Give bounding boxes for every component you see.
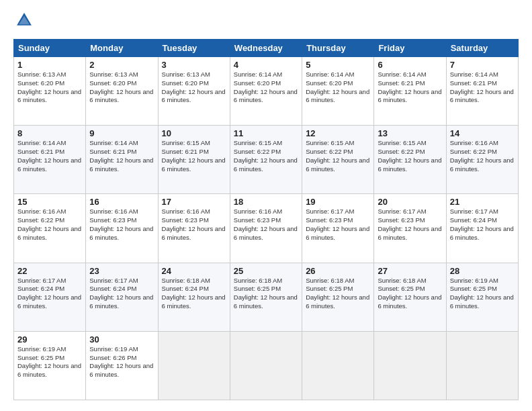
- calendar-week-2: 8Sunrise: 6:14 AMSunset: 6:21 PMDaylight…: [14, 126, 519, 194]
- calendar-cell: 13Sunrise: 6:15 AMSunset: 6:22 PMDayligh…: [374, 126, 446, 194]
- day-number: 28: [450, 266, 515, 276]
- calendar-cell: 26Sunrise: 6:18 AMSunset: 6:25 PMDayligh…: [302, 263, 374, 331]
- day-info: Sunrise: 6:15 AMSunset: 6:22 PMDaylight:…: [378, 139, 442, 173]
- calendar-cell: 5Sunrise: 6:14 AMSunset: 6:20 PMDaylight…: [302, 57, 374, 126]
- day-number: 4: [234, 60, 298, 70]
- calendar-cell: 15Sunrise: 6:16 AMSunset: 6:22 PMDayligh…: [14, 194, 86, 263]
- day-info: Sunrise: 6:18 AMSunset: 6:25 PMDaylight:…: [306, 277, 370, 311]
- day-number: 1: [17, 60, 82, 70]
- calendar-cell: [230, 331, 302, 400]
- day-number: 23: [89, 266, 154, 276]
- calendar-cell: 9Sunrise: 6:14 AMSunset: 6:21 PMDaylight…: [86, 126, 158, 194]
- calendar-cell: 27Sunrise: 6:18 AMSunset: 6:25 PMDayligh…: [374, 263, 446, 331]
- day-info: Sunrise: 6:16 AMSunset: 6:23 PMDaylight:…: [162, 208, 226, 242]
- col-header-sunday: Sunday: [14, 40, 86, 57]
- calendar-cell: 4Sunrise: 6:14 AMSunset: 6:20 PMDaylight…: [230, 57, 302, 126]
- calendar-cell: 20Sunrise: 6:17 AMSunset: 6:23 PMDayligh…: [374, 194, 446, 263]
- day-info: Sunrise: 6:17 AMSunset: 6:24 PMDaylight:…: [89, 277, 154, 311]
- day-number: 11: [234, 128, 298, 138]
- day-number: 25: [234, 266, 298, 276]
- day-info: Sunrise: 6:17 AMSunset: 6:24 PMDaylight:…: [17, 277, 82, 311]
- col-header-wednesday: Wednesday: [230, 40, 302, 57]
- day-info: Sunrise: 6:17 AMSunset: 6:23 PMDaylight:…: [306, 208, 370, 242]
- day-number: 9: [89, 128, 154, 138]
- day-info: Sunrise: 6:14 AMSunset: 6:20 PMDaylight:…: [234, 71, 298, 105]
- day-info: Sunrise: 6:18 AMSunset: 6:25 PMDaylight:…: [234, 277, 298, 311]
- calendar-cell: 16Sunrise: 6:16 AMSunset: 6:23 PMDayligh…: [86, 194, 158, 263]
- calendar-week-4: 22Sunrise: 6:17 AMSunset: 6:24 PMDayligh…: [14, 263, 519, 331]
- day-info: Sunrise: 6:17 AMSunset: 6:23 PMDaylight:…: [378, 208, 442, 242]
- calendar-cell: 17Sunrise: 6:16 AMSunset: 6:23 PMDayligh…: [158, 194, 230, 263]
- day-number: 17: [162, 197, 226, 207]
- day-info: Sunrise: 6:14 AMSunset: 6:21 PMDaylight:…: [450, 71, 515, 105]
- col-header-tuesday: Tuesday: [158, 40, 230, 57]
- page: SundayMondayTuesdayWednesdayThursdayFrid…: [0, 0, 532, 411]
- calendar-cell: [374, 331, 446, 400]
- day-info: Sunrise: 6:15 AMSunset: 6:22 PMDaylight:…: [306, 139, 370, 173]
- day-number: 20: [378, 197, 442, 207]
- calendar-cell: 12Sunrise: 6:15 AMSunset: 6:22 PMDayligh…: [302, 126, 374, 194]
- col-header-thursday: Thursday: [302, 40, 374, 57]
- calendar-table: SundayMondayTuesdayWednesdayThursdayFrid…: [13, 39, 519, 400]
- calendar-cell: 1Sunrise: 6:13 AMSunset: 6:20 PMDaylight…: [14, 57, 86, 126]
- day-info: Sunrise: 6:19 AMSunset: 6:26 PMDaylight:…: [89, 345, 154, 379]
- day-info: Sunrise: 6:13 AMSunset: 6:20 PMDaylight:…: [17, 71, 82, 105]
- calendar-cell: 25Sunrise: 6:18 AMSunset: 6:25 PMDayligh…: [230, 263, 302, 331]
- calendar-cell: 30Sunrise: 6:19 AMSunset: 6:26 PMDayligh…: [86, 331, 158, 400]
- day-number: 21: [450, 197, 515, 207]
- day-info: Sunrise: 6:14 AMSunset: 6:21 PMDaylight:…: [89, 139, 154, 173]
- calendar-cell: 8Sunrise: 6:14 AMSunset: 6:21 PMDaylight…: [14, 126, 86, 194]
- calendar-body: 1Sunrise: 6:13 AMSunset: 6:20 PMDaylight…: [14, 57, 519, 400]
- day-number: 7: [450, 60, 515, 70]
- day-info: Sunrise: 6:13 AMSunset: 6:20 PMDaylight:…: [89, 71, 154, 105]
- day-number: 30: [89, 334, 154, 345]
- calendar-cell: 21Sunrise: 6:17 AMSunset: 6:24 PMDayligh…: [446, 194, 518, 263]
- calendar-cell: 28Sunrise: 6:19 AMSunset: 6:25 PMDayligh…: [446, 263, 518, 331]
- header: [13, 11, 519, 32]
- day-info: Sunrise: 6:16 AMSunset: 6:22 PMDaylight:…: [450, 139, 515, 173]
- calendar-cell: 29Sunrise: 6:19 AMSunset: 6:25 PMDayligh…: [14, 331, 86, 400]
- calendar-week-5: 29Sunrise: 6:19 AMSunset: 6:25 PMDayligh…: [14, 331, 519, 400]
- calendar-cell: 2Sunrise: 6:13 AMSunset: 6:20 PMDaylight…: [86, 57, 158, 126]
- calendar-cell: [302, 331, 374, 400]
- calendar-header-row: SundayMondayTuesdayWednesdayThursdayFrid…: [14, 40, 519, 57]
- col-header-saturday: Saturday: [446, 40, 518, 57]
- calendar-cell: 22Sunrise: 6:17 AMSunset: 6:24 PMDayligh…: [14, 263, 86, 331]
- day-info: Sunrise: 6:14 AMSunset: 6:20 PMDaylight:…: [306, 71, 370, 105]
- calendar-cell: 24Sunrise: 6:18 AMSunset: 6:24 PMDayligh…: [158, 263, 230, 331]
- day-number: 8: [17, 128, 82, 138]
- day-info: Sunrise: 6:19 AMSunset: 6:25 PMDaylight:…: [450, 277, 515, 311]
- day-info: Sunrise: 6:16 AMSunset: 6:22 PMDaylight:…: [17, 208, 82, 242]
- calendar-week-3: 15Sunrise: 6:16 AMSunset: 6:22 PMDayligh…: [14, 194, 519, 263]
- day-info: Sunrise: 6:17 AMSunset: 6:24 PMDaylight:…: [450, 208, 515, 242]
- day-number: 6: [378, 60, 442, 70]
- day-info: Sunrise: 6:14 AMSunset: 6:21 PMDaylight:…: [378, 71, 442, 105]
- day-info: Sunrise: 6:14 AMSunset: 6:21 PMDaylight:…: [17, 139, 82, 173]
- day-number: 26: [306, 266, 370, 276]
- day-number: 14: [450, 128, 515, 138]
- calendar-cell: 14Sunrise: 6:16 AMSunset: 6:22 PMDayligh…: [446, 126, 518, 194]
- day-info: Sunrise: 6:16 AMSunset: 6:23 PMDaylight:…: [234, 208, 298, 242]
- day-number: 19: [306, 197, 370, 207]
- day-info: Sunrise: 6:18 AMSunset: 6:24 PMDaylight:…: [162, 277, 226, 311]
- day-number: 24: [162, 266, 226, 276]
- day-number: 16: [89, 197, 154, 207]
- col-header-monday: Monday: [86, 40, 158, 57]
- day-info: Sunrise: 6:15 AMSunset: 6:21 PMDaylight:…: [162, 139, 226, 173]
- col-header-friday: Friday: [374, 40, 446, 57]
- day-number: 27: [378, 266, 442, 276]
- day-number: 2: [89, 60, 154, 70]
- day-number: 22: [17, 266, 82, 276]
- day-number: 15: [17, 197, 82, 207]
- calendar-cell: 23Sunrise: 6:17 AMSunset: 6:24 PMDayligh…: [86, 263, 158, 331]
- calendar-cell: 6Sunrise: 6:14 AMSunset: 6:21 PMDaylight…: [374, 57, 446, 126]
- day-info: Sunrise: 6:13 AMSunset: 6:20 PMDaylight:…: [162, 71, 226, 105]
- day-info: Sunrise: 6:18 AMSunset: 6:25 PMDaylight:…: [378, 277, 442, 311]
- calendar-week-1: 1Sunrise: 6:13 AMSunset: 6:20 PMDaylight…: [14, 57, 519, 126]
- calendar-cell: 3Sunrise: 6:13 AMSunset: 6:20 PMDaylight…: [158, 57, 230, 126]
- calendar-cell: [158, 331, 230, 400]
- day-number: 29: [17, 334, 82, 345]
- calendar-cell: 11Sunrise: 6:15 AMSunset: 6:22 PMDayligh…: [230, 126, 302, 194]
- logo-icon: [15, 11, 34, 30]
- day-info: Sunrise: 6:16 AMSunset: 6:23 PMDaylight:…: [89, 208, 154, 242]
